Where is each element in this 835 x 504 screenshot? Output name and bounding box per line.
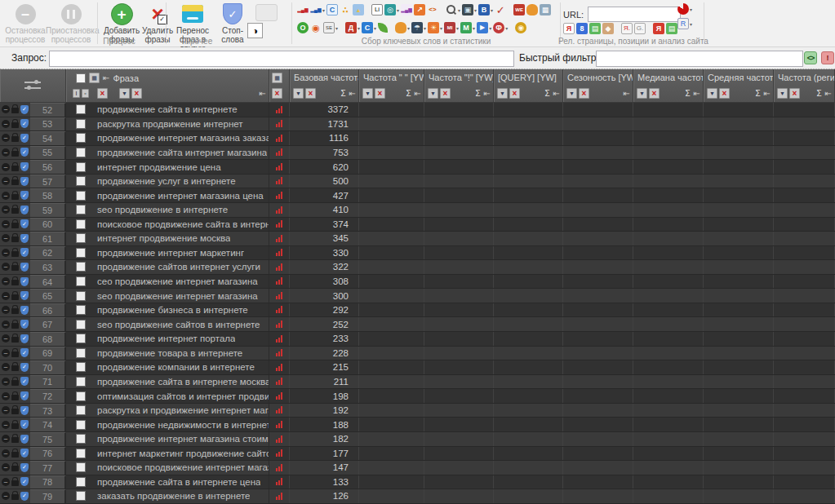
chart-cell[interactable] bbox=[269, 461, 290, 475]
column-header[interactable]: Медиана частот▼×Σ⇤ bbox=[633, 69, 704, 102]
row-checkbox[interactable] bbox=[76, 191, 86, 201]
chart-column-header[interactable]: ▦ × bbox=[269, 69, 290, 102]
phrase-cell[interactable]: продвижение товара в интернете bbox=[66, 347, 269, 360]
column-header[interactable]: Частота "!" [YW]▼×Σ⇤ bbox=[424, 69, 494, 102]
shield-icon[interactable]: ✓ bbox=[20, 435, 29, 444]
lock-icon[interactable] bbox=[11, 480, 19, 486]
filter-edit-icon[interactable]: ▼ bbox=[362, 88, 373, 99]
shield-icon[interactable]: ✓ bbox=[20, 177, 29, 186]
dropdown-arrow[interactable]: ▾ bbox=[489, 25, 491, 31]
mi-icon[interactable]: MI bbox=[444, 22, 455, 33]
o-green-icon[interactable]: O bbox=[297, 22, 309, 33]
lock-icon[interactable] bbox=[11, 466, 19, 471]
we-icon[interactable]: WE bbox=[513, 4, 525, 15]
row-expand-icon[interactable]: – bbox=[2, 277, 10, 285]
chart-cell[interactable] bbox=[269, 375, 290, 389]
contrast-toggle-button[interactable]: ◑ bbox=[247, 23, 263, 38]
row-checkbox[interactable] bbox=[76, 148, 86, 157]
row-expand-icon[interactable]: – bbox=[2, 363, 10, 371]
url-input[interactable] bbox=[588, 7, 681, 22]
row-number[interactable]: 70 bbox=[30, 360, 66, 374]
leaf-icon[interactable] bbox=[378, 23, 388, 33]
row-checkbox[interactable] bbox=[76, 491, 86, 501]
row-checkbox[interactable] bbox=[76, 176, 86, 186]
lock-icon[interactable] bbox=[11, 494, 19, 500]
filter-clear-icon[interactable]: × bbox=[97, 88, 108, 99]
lock-icon[interactable] bbox=[11, 237, 19, 242]
row-checkbox[interactable] bbox=[76, 248, 86, 258]
column-header[interactable]: Сезонность [YW▼×⇤ bbox=[563, 69, 633, 102]
row-number[interactable]: 65 bbox=[30, 289, 66, 303]
image-icon[interactable]: ▲ bbox=[353, 4, 364, 15]
row-number[interactable]: 60 bbox=[30, 218, 66, 232]
filter-clear-icon[interactable]: × bbox=[272, 88, 282, 99]
phrase-cell[interactable]: продвижение интернет магазина заказат bbox=[66, 131, 269, 145]
filter-clear-icon[interactable]: × bbox=[375, 88, 385, 99]
phrase-cell[interactable]: продвижение интернет магазина стоимо bbox=[66, 432, 269, 446]
dropdown-arrow[interactable]: ▾ bbox=[440, 25, 442, 31]
row-checkbox[interactable] bbox=[76, 362, 86, 372]
row-expand-icon[interactable]: – bbox=[2, 192, 10, 200]
lock-icon[interactable] bbox=[11, 151, 19, 157]
shield-icon[interactable]: ✓ bbox=[20, 119, 29, 128]
phrase-cell[interactable]: продвижение услуг в интернете bbox=[66, 175, 269, 188]
sum-icon[interactable]: Σ bbox=[475, 89, 480, 98]
stop-processes-button[interactable]: – Остановка процессов bbox=[3, 2, 47, 44]
eraser-icon[interactable]: ◆ bbox=[602, 23, 614, 34]
row-expand-icon[interactable]: – bbox=[2, 392, 10, 400]
row-expand-icon[interactable]: – bbox=[2, 134, 10, 142]
sun-icon[interactable]: ☀ bbox=[428, 22, 439, 33]
lock-icon[interactable] bbox=[11, 179, 19, 185]
lock-icon[interactable] bbox=[11, 166, 19, 171]
spy-icon[interactable]: ☂ bbox=[411, 22, 423, 33]
pin-icon[interactable]: ⇤ bbox=[349, 89, 356, 98]
lock-icon[interactable] bbox=[11, 294, 19, 300]
quick-filter-input[interactable] bbox=[596, 51, 803, 67]
row-number[interactable]: 68 bbox=[30, 332, 66, 346]
shield-icon[interactable]: ✓ bbox=[20, 477, 29, 486]
row-expand-icon[interactable]: – bbox=[2, 492, 10, 500]
arrow-blue-icon[interactable]: ▶ bbox=[477, 22, 488, 33]
purple-chart-icon[interactable]: ▂▄▆ bbox=[401, 4, 412, 15]
row-expand-icon[interactable]: – bbox=[2, 421, 10, 429]
row-checkbox[interactable] bbox=[76, 276, 86, 286]
column-header[interactable]: Базовая частота▼×Σ⇤ bbox=[290, 69, 359, 102]
pin-icon[interactable]: ⇤ bbox=[764, 89, 771, 98]
chart-cell[interactable] bbox=[269, 489, 290, 503]
search-icon[interactable] bbox=[446, 4, 457, 15]
phrase-cell[interactable]: продвижение интернет маркетинг bbox=[66, 246, 269, 260]
phrase-cell[interactable]: заказать продвижение в интернете bbox=[66, 489, 269, 503]
export-green2-icon[interactable]: ▤ bbox=[666, 23, 677, 34]
dropdown-arrow[interactable]: ▾ bbox=[458, 7, 460, 13]
screenshot-icon[interactable]: ▣ bbox=[462, 4, 473, 15]
filter-edit-icon[interactable]: ▼ bbox=[497, 88, 508, 99]
dropdown-arrow[interactable]: ▾ bbox=[322, 7, 325, 13]
lock-icon[interactable] bbox=[11, 323, 19, 329]
gear-circle-icon[interactable]: ◎ bbox=[384, 4, 396, 15]
lock-icon[interactable] bbox=[11, 337, 19, 343]
chart-cell[interactable] bbox=[269, 389, 290, 403]
sum-icon[interactable]: Σ bbox=[685, 89, 690, 98]
row-expand-icon[interactable]: – bbox=[2, 105, 10, 113]
dropdown-arrow[interactable]: ▾ bbox=[690, 21, 692, 27]
red-check-icon[interactable]: ✓ bbox=[495, 4, 506, 15]
shield-icon[interactable]: ✓ bbox=[20, 277, 29, 286]
row-number[interactable]: 55 bbox=[30, 146, 66, 160]
blue-bars-chart-icon[interactable]: ▂▄▆ bbox=[310, 4, 322, 15]
shield-icon[interactable]: ✓ bbox=[20, 334, 29, 343]
dropdown-arrow[interactable]: ▾ bbox=[397, 7, 399, 13]
chart-cell[interactable] bbox=[269, 218, 290, 232]
select-all-checkbox[interactable] bbox=[76, 73, 86, 83]
liveinternet-icon[interactable]: Li bbox=[371, 4, 383, 15]
phrase-cell[interactable]: продвижение интернет магазина цена bbox=[66, 188, 269, 202]
invert-selection-icon[interactable]: I bbox=[73, 89, 80, 98]
row-number[interactable]: 74 bbox=[30, 418, 66, 431]
chart-cell[interactable] bbox=[269, 432, 290, 446]
pin-icon[interactable]: ⇤ bbox=[103, 73, 109, 82]
dropdown-arrow[interactable]: ▾ bbox=[335, 25, 338, 31]
phrase-cell[interactable]: seo продвижение сайтов в интернете bbox=[66, 317, 269, 331]
google-pos-icon[interactable]: G. bbox=[634, 23, 646, 34]
phrase-cell[interactable]: продвижение сайтов интернет услуги bbox=[66, 260, 269, 274]
filter-clear-icon[interactable]: × bbox=[579, 88, 589, 99]
yandex-pos-icon[interactable]: Я. bbox=[621, 23, 633, 34]
